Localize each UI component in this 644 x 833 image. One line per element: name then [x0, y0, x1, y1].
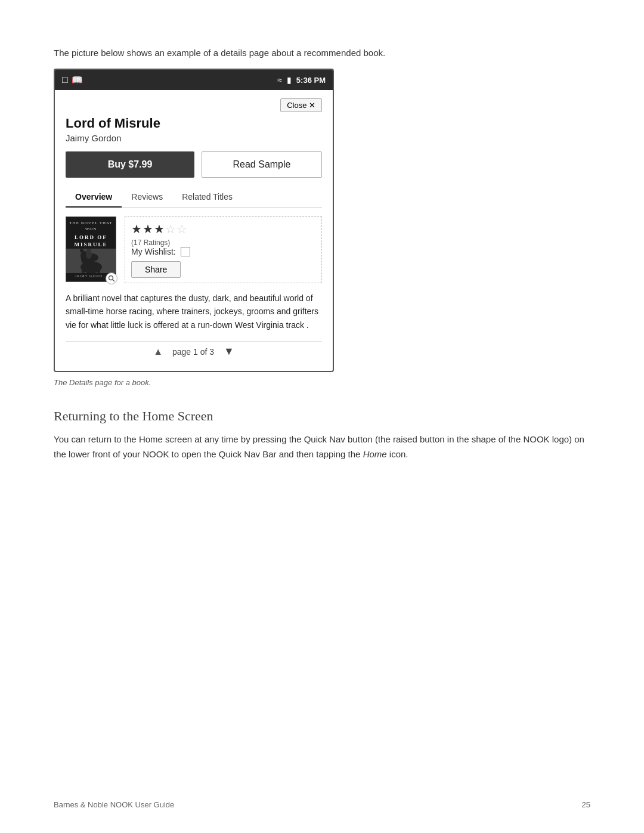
- overview-content: THE NOVEL THAT WON Lord ofMisrule: [66, 216, 322, 283]
- svg-point-11: [86, 249, 91, 253]
- action-buttons: Buy $7.99 Read Sample: [66, 151, 322, 178]
- cover-title: Lord ofMisrule: [72, 234, 110, 249]
- book-author: Jaimy Gordon: [66, 133, 322, 143]
- rating-wishlist-area: ★ ★ ★ ☆ ☆ (17 Ratings) My Wishlist:: [125, 216, 322, 283]
- footer-page-number: 25: [582, 800, 590, 809]
- page-up-icon[interactable]: ▲: [153, 346, 163, 357]
- read-sample-button[interactable]: Read Sample: [202, 151, 322, 178]
- tab-overview[interactable]: Overview: [66, 188, 122, 208]
- ratings-count: (17 Ratings): [131, 239, 315, 247]
- status-bar: □ 📖 ≈ ▮ 5:36 PM: [55, 70, 333, 90]
- star-5: ☆: [177, 222, 187, 236]
- tabs-row: Overview Reviews Related Titles: [66, 188, 322, 208]
- page-down-icon[interactable]: ▼: [224, 345, 234, 358]
- search-icon: [108, 275, 115, 282]
- magnify-icon[interactable]: [106, 272, 117, 284]
- share-button[interactable]: Share: [131, 261, 181, 278]
- device-frame: □ 📖 ≈ ▮ 5:36 PM Close ✕ Lord of Misrule …: [54, 69, 334, 372]
- page-info: page 1 of 3: [172, 347, 214, 357]
- svg-line-13: [113, 280, 114, 281]
- tab-reviews[interactable]: Reviews: [122, 188, 172, 208]
- cover-top-text: THE NOVEL THAT WON: [69, 221, 113, 233]
- intro-text: The picture below shows an example of a …: [54, 48, 590, 58]
- book-title: Lord of Misrule: [66, 116, 322, 131]
- star-4: ☆: [165, 222, 176, 236]
- svg-rect-5: [92, 266, 95, 273]
- pagination-row: ▲ page 1 of 3 ▼: [66, 341, 322, 361]
- svg-point-12: [109, 276, 113, 280]
- book-icon-symbol: 📖: [72, 75, 83, 85]
- status-bar-left: □ 📖: [62, 75, 83, 85]
- book-detail-area: Close ✕ Lord of Misrule Jaimy Gordon Buy…: [55, 90, 333, 371]
- wishlist-label: My Wishlist:: [131, 247, 176, 256]
- stars: ★ ★ ★ ☆ ☆: [131, 222, 187, 236]
- horse-svg: [73, 249, 109, 273]
- cover-author: Jaimy Gord...: [75, 273, 107, 279]
- section-body-italic: Home: [363, 449, 387, 459]
- star-1: ★: [131, 222, 142, 236]
- cover-image: [66, 249, 116, 273]
- section-body-text: You can return to the Home screen at any…: [54, 434, 584, 459]
- close-button-row: Close ✕: [66, 98, 322, 112]
- wishlist-checkbox[interactable]: [181, 247, 190, 256]
- wifi-icon: ≈: [277, 75, 282, 85]
- section-heading: Returning to the Home Screen: [54, 408, 590, 424]
- stars-row: ★ ★ ★ ☆ ☆: [131, 222, 315, 236]
- book-description: A brilliant novel that captures the dust…: [66, 292, 322, 332]
- wishlist-row: My Wishlist:: [131, 247, 315, 256]
- time-display: 5:36 PM: [296, 76, 326, 85]
- footer-title: Barnes & Noble NOOK User Guide: [54, 800, 174, 809]
- tab-related-titles[interactable]: Related Titles: [172, 188, 242, 208]
- section-body-end: icon.: [387, 449, 408, 459]
- battery-icon: ▮: [287, 75, 292, 85]
- svg-rect-6: [97, 265, 100, 273]
- device-caption: The Details page for a book.: [54, 378, 590, 387]
- close-button[interactable]: Close ✕: [280, 98, 322, 112]
- svg-point-9: [80, 249, 83, 252]
- star-3: ★: [154, 222, 165, 236]
- buy-button[interactable]: Buy $7.99: [66, 151, 194, 178]
- book-cover: THE NOVEL THAT WON Lord ofMisrule: [66, 216, 116, 282]
- status-bar-right: ≈ ▮ 5:36 PM: [277, 75, 326, 85]
- svg-rect-3: [82, 265, 85, 273]
- book-icon: □: [62, 75, 68, 85]
- page-footer: Barnes & Noble NOOK User Guide 25: [54, 800, 590, 809]
- book-cover-wrapper: THE NOVEL THAT WON Lord ofMisrule: [66, 216, 116, 283]
- svg-rect-4: [86, 266, 89, 273]
- section-body: You can return to the Home screen at any…: [54, 432, 590, 462]
- rating-box: ★ ★ ★ ☆ ☆ (17 Ratings) My Wishlist:: [125, 216, 322, 283]
- svg-rect-8: [82, 252, 84, 258]
- star-2: ★: [143, 222, 153, 236]
